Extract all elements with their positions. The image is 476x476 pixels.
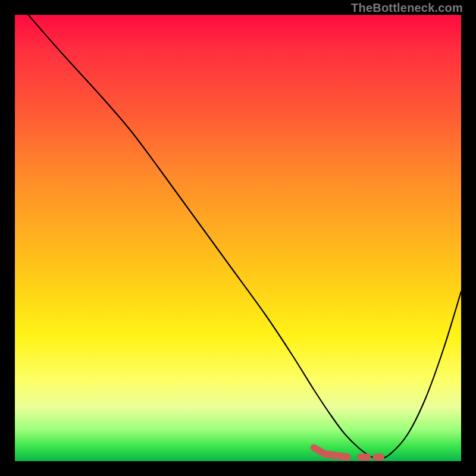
chart-frame: TheBottleneck.com — [0, 0, 476, 476]
highlight-dash-segment — [325, 454, 347, 457]
chart-svg — [15, 15, 461, 461]
watermark-text: TheBottleneck.com — [351, 1, 463, 15]
plot-area — [15, 15, 461, 461]
main-curve — [29, 15, 462, 459]
